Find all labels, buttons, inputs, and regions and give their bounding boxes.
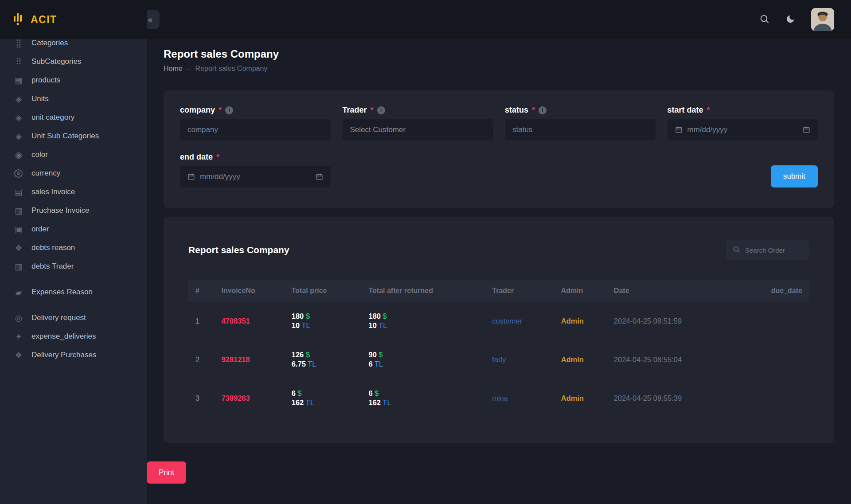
- print-button[interactable]: Print: [147, 461, 186, 484]
- invoice-cell: 9281218: [217, 340, 287, 379]
- total-price-cell: 6 $162 TL: [287, 379, 364, 418]
- total-price-cell: 180 $10 TL: [287, 302, 364, 340]
- invoice-cell: 7389263: [217, 379, 287, 418]
- company-input[interactable]: [180, 119, 331, 141]
- trader-cell: mina: [488, 379, 557, 418]
- user-avatar[interactable]: [811, 8, 834, 31]
- filter-card: company*iTrader*iSelect Customerstatus*i…: [164, 90, 834, 208]
- trader-select[interactable]: Select Customer: [343, 119, 493, 141]
- sidebar-item-label: SubCategories: [31, 57, 81, 66]
- brand[interactable]: ACIT: [0, 0, 147, 39]
- sidebar-item-subcategories[interactable]: ⠿SubCategories: [0, 52, 147, 71]
- sidebar-item-unit-sub-categories[interactable]: ◈Unit Sub Categories: [0, 127, 147, 145]
- field-label: status*i: [505, 105, 656, 115]
- dollar-circle-icon: $: [14, 169, 23, 178]
- info-icon: i: [539, 106, 547, 114]
- receipt-icon: ▥: [13, 207, 24, 215]
- info-icon: i: [225, 106, 233, 114]
- sidebar-item-label: expense_deliveries: [31, 332, 96, 341]
- required-asterisk: *: [371, 105, 374, 115]
- calendar-icon: [675, 126, 683, 133]
- total-price-cell: 126 $6.75 TL: [287, 340, 364, 379]
- search-button[interactable]: [759, 14, 769, 25]
- total-after-returned-cell: 180 $10 TL: [364, 302, 488, 340]
- submit-button[interactable]: submit: [771, 165, 818, 188]
- filter-grid: company*iTrader*iSelect Customerstatus*i…: [180, 105, 818, 188]
- sidebar-item-label: Pruchase Invoice: [31, 206, 89, 215]
- breadcrumb-home[interactable]: Home: [164, 65, 183, 73]
- required-asterisk: *: [219, 105, 222, 115]
- sidebar-item-label: Delivery request: [31, 313, 86, 322]
- box-icon: ▦: [13, 76, 24, 85]
- sidebar-item-sales-invoice[interactable]: ▤sales Invoice: [0, 183, 147, 201]
- due-date-cell: [733, 340, 809, 379]
- usd-symbol: $: [306, 312, 310, 320]
- tl-symbol: TL: [308, 360, 316, 368]
- column-header-admin: Admin: [557, 280, 609, 302]
- sidebar-item-debts-trader[interactable]: ▥debts Trader: [0, 257, 147, 276]
- field-label: company*i: [180, 105, 331, 115]
- sidebar-item-expense-deliveries[interactable]: ✦expense_deliveries: [0, 327, 147, 346]
- network-icon: ◈: [13, 95, 24, 103]
- brand-name: ACIT: [31, 14, 57, 26]
- order-search-input[interactable]: [744, 246, 803, 254]
- trader-link[interactable]: mina: [492, 394, 508, 402]
- content: Report sales Company Home – Report sales…: [147, 39, 851, 504]
- required-asterisk: *: [707, 105, 710, 115]
- sidebar-item-delivery-request[interactable]: ◎Delivery request: [0, 309, 147, 327]
- sidebar-item-products[interactable]: ▦products: [0, 71, 147, 90]
- trader-link[interactable]: customer: [492, 317, 522, 325]
- start-date-input[interactable]: mm/dd/yyyy: [668, 119, 818, 141]
- sidebar-item-label: debts Trader: [31, 262, 74, 271]
- sidebar-item-label: Expenses Reason: [31, 288, 93, 297]
- sidebar-item-label: products: [31, 76, 60, 85]
- end-date-input[interactable]: mm/dd/yyyy: [180, 166, 331, 188]
- app: ACIT ⣿Categories⠿SubCategories▦products◈…: [0, 0, 851, 504]
- sidebar-item-pruchase-invoice[interactable]: ▥Pruchase Invoice: [0, 201, 147, 220]
- dark-mode-toggle[interactable]: [785, 14, 795, 25]
- sidebar: ACIT ⣿Categories⠿SubCategories▦products◈…: [0, 0, 147, 504]
- network-icon: ◈: [13, 113, 24, 122]
- main-area: «: [147, 0, 851, 504]
- invoice-link[interactable]: 4708351: [221, 317, 250, 325]
- diamond-icon: ❖: [13, 244, 24, 252]
- trader-cell: fady: [488, 340, 557, 379]
- table-icon: ▥: [13, 262, 24, 271]
- table-row: 373892636 $162 TL6 $162 TLminaAdmin2024-…: [188, 379, 809, 418]
- sidebar-item-units[interactable]: ◈Units: [0, 90, 147, 108]
- info-icon: i: [377, 106, 385, 114]
- status-input[interactable]: [505, 119, 656, 141]
- trader-link[interactable]: fady: [492, 356, 506, 363]
- sidebar-item-debts-reason[interactable]: ❖debts reason: [0, 238, 147, 257]
- invoice-link[interactable]: 7389263: [221, 394, 250, 402]
- calendar-picker-icon[interactable]: [316, 173, 323, 180]
- sidebar-item-color[interactable]: ◉color: [0, 145, 147, 164]
- wallet-icon: ▰: [13, 288, 24, 297]
- moon-icon: [785, 14, 795, 25]
- field-label: end date*: [180, 152, 331, 162]
- sidebar-item-order[interactable]: ▣order: [0, 220, 147, 238]
- sidebar-item-label: currency: [31, 169, 60, 178]
- required-asterisk: *: [216, 152, 219, 162]
- usd-symbol: $: [298, 389, 302, 397]
- report-title: Report sales Company: [188, 245, 289, 255]
- sidebar-item-currency[interactable]: $currency: [0, 164, 147, 183]
- sidebar-item-label: Delivery Purchases: [31, 351, 96, 359]
- invoice-link[interactable]: 9281218: [221, 356, 250, 363]
- field-label: Trader*i: [343, 105, 493, 115]
- column-header-: #: [188, 280, 217, 302]
- row-number: 3: [188, 379, 217, 418]
- order-search-box: [726, 240, 809, 260]
- sidebar-item-unit-category[interactable]: ◈unit category: [0, 108, 147, 127]
- usd-symbol: $: [306, 351, 310, 359]
- field-status: status*i: [505, 105, 656, 141]
- table-row: 14708351180 $10 TL180 $10 TLcustomerAdmi…: [188, 302, 809, 340]
- dots-icon: ⠿: [13, 58, 24, 66]
- column-header-trader: Trader: [488, 280, 557, 302]
- due-date-cell: [733, 302, 809, 340]
- sidebar-item-expenses-reason[interactable]: ▰Expenses Reason: [0, 283, 147, 301]
- trader-cell: customer: [488, 302, 557, 340]
- calendar-picker-icon[interactable]: [803, 126, 810, 133]
- report-card: Report sales Company #InvoiceNoTotal pri…: [164, 217, 834, 443]
- sidebar-item-delivery-purchases[interactable]: ❖Delivery Purchases: [0, 346, 147, 364]
